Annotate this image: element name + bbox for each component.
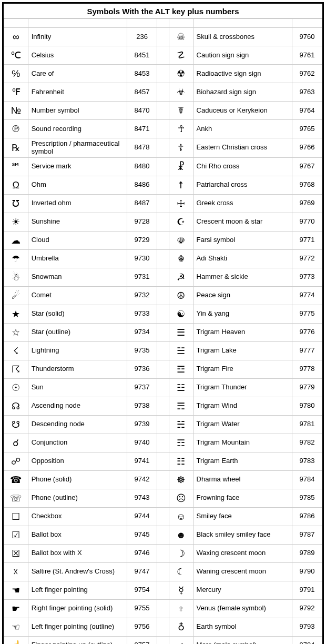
symbol-glyph: ☚ xyxy=(4,581,28,599)
alt-code: 9735 xyxy=(127,341,157,360)
column-separator xyxy=(157,434,169,452)
symbol-description: Sunshine xyxy=(28,213,127,231)
symbol-glyph: ☓ xyxy=(4,562,28,581)
alt-code: 9744 xyxy=(127,507,157,526)
symbol-description: Ohm xyxy=(28,176,127,194)
symbol-description: Saltire (St. Andrew's Cross) xyxy=(28,562,127,581)
symbol-description: Finger pointing up (outline) xyxy=(28,636,127,644)
symbol-glyph: ☈ xyxy=(4,360,28,378)
symbol-description: Fahrenheit xyxy=(28,83,127,102)
alt-code: 9734 xyxy=(127,323,157,341)
table-row: ☜Left finger pointing (outline)9756♁Eart… xyxy=(4,618,322,636)
symbol-description: Star (outline) xyxy=(28,323,127,341)
symbol-glyph: ☽ xyxy=(169,544,193,562)
symbol-glyph: ☹ xyxy=(169,489,193,507)
table-row: ☍Opposition9741☷Trigram Earth9783 xyxy=(4,452,322,470)
column-separator xyxy=(157,544,169,562)
symbol-description: Chi Rho cross xyxy=(193,157,292,176)
symbol-glyph: ☦ xyxy=(169,138,193,158)
table-row: ☒Ballot box with X9746☽Waxing crescent m… xyxy=(4,544,322,562)
symbol-glyph: ☝ xyxy=(4,636,28,644)
column-separator xyxy=(157,46,169,65)
symbol-description: Mercury xyxy=(193,581,292,599)
symbol-glyph: ☀ xyxy=(4,213,28,231)
symbol-description: Snowman xyxy=(28,268,127,286)
alt-code: 9769 xyxy=(292,194,322,213)
symbol-description: Eastern Christian cross xyxy=(193,138,292,158)
alt-code: 9731 xyxy=(127,268,157,286)
alt-code: 9774 xyxy=(292,286,322,305)
alt-code: 9785 xyxy=(292,489,322,507)
table-row: ☑Ballot box9745☻Black smiley smiley face… xyxy=(4,526,322,544)
symbol-glyph: ☐ xyxy=(4,507,28,526)
alt-code: 9764 xyxy=(292,102,322,120)
symbol-glyph: ☵ xyxy=(169,415,193,434)
symbol-description: Inverted ohm xyxy=(28,194,127,213)
symbol-description: Waxing crescent moon xyxy=(193,544,292,562)
symbol-description: Trigram Mountain xyxy=(193,434,292,452)
symbol-glyph: ☍ xyxy=(4,452,28,470)
column-separator xyxy=(157,176,169,194)
symbol-description: Farsi symbol xyxy=(193,231,292,249)
table-row: ℃Celsius8451☡Caution sign sign9761 xyxy=(4,46,322,65)
alt-code: 9770 xyxy=(292,213,322,231)
symbol-description: Mars (male symbol) xyxy=(193,636,292,644)
column-separator xyxy=(157,360,169,378)
alt-code: 9791 xyxy=(292,581,322,599)
alt-code: 9739 xyxy=(127,415,157,434)
symbol-glyph: ★ xyxy=(4,305,28,323)
column-separator xyxy=(157,526,169,544)
table-row: ☃Snowman9731☭Hammer & sickle9773 xyxy=(4,268,322,286)
column-separator xyxy=(157,341,169,360)
symbol-glyph: ☡ xyxy=(169,46,193,65)
alt-code: 8486 xyxy=(127,176,157,194)
table-row: ☓Saltire (St. Andrew's Cross)9747☾Waning… xyxy=(4,562,322,581)
symbol-glyph: ♀ xyxy=(169,599,193,618)
symbol-description: Black smiley smiley face xyxy=(193,526,292,544)
column-separator xyxy=(157,636,169,644)
symbol-description: Radioactive sign sign xyxy=(193,65,292,83)
alt-code: 9730 xyxy=(127,249,157,268)
table-row: ☊Ascending node9738☴Trigram Wind9780 xyxy=(4,397,322,415)
alt-code: 9737 xyxy=(127,378,157,397)
alt-code: 9765 xyxy=(292,120,322,138)
symbol-glyph: ☇ xyxy=(4,341,28,360)
symbol-description: Hammer & sickle xyxy=(193,268,292,286)
symbol-glyph: ℞ xyxy=(4,138,28,158)
symbol-glyph: ℉ xyxy=(4,83,28,102)
symbol-glyph: ☋ xyxy=(4,415,28,434)
column-separator xyxy=(157,83,169,102)
symbol-description: Left finger pointing (outline) xyxy=(28,618,127,636)
symbol-description: Biohazard sign sign xyxy=(193,83,292,102)
symbol-description: Checkbox xyxy=(28,507,127,526)
symbol-glyph: ☁ xyxy=(4,231,28,249)
column-separator xyxy=(157,120,169,138)
column-separator xyxy=(157,415,169,434)
alt-code: 8487 xyxy=(127,194,157,213)
table-row: №Number symbol8470☤Caduceus or Kerykeion… xyxy=(4,102,322,120)
symbol-glyph: ℅ xyxy=(4,65,28,83)
symbol-glyph: ☧ xyxy=(169,157,193,176)
column-separator xyxy=(157,452,169,470)
alt-code: 8480 xyxy=(127,157,157,176)
alt-code: 9747 xyxy=(127,562,157,581)
symbol-description: Number symbol xyxy=(28,102,127,120)
symbol-description: Umbrella xyxy=(28,249,127,268)
table-row: ☎Phone (solid)9742☸Dharma wheel9784 xyxy=(4,470,322,489)
alt-code: 9777 xyxy=(292,341,322,360)
symbol-glyph: ♁ xyxy=(169,618,193,636)
symbol-glyph: ℠ xyxy=(4,157,28,176)
symbol-description: Care of xyxy=(28,65,127,83)
alt-code: 9787 xyxy=(292,526,322,544)
symbol-description: Frowning face xyxy=(193,489,292,507)
table-row: ☆Star (outline)9734☰Trigram Heaven9776 xyxy=(4,323,322,341)
alt-code: 9786 xyxy=(292,507,322,526)
symbol-glyph: № xyxy=(4,102,28,120)
alt-code: 9772 xyxy=(292,249,322,268)
symbol-description: Caution sign sign xyxy=(193,46,292,65)
symbol-glyph: ☌ xyxy=(4,434,28,452)
symbol-description: Sound recording xyxy=(28,120,127,138)
column-separator xyxy=(157,268,169,286)
symbol-description: Crescent moon & star xyxy=(193,213,292,231)
symbol-description: Waning crescent moon xyxy=(193,562,292,581)
